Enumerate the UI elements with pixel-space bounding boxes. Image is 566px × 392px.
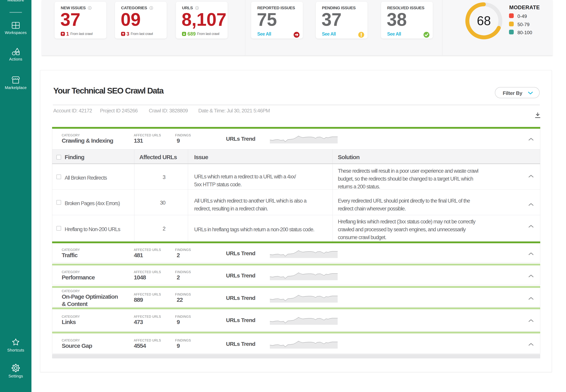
svg-text:i: i [89, 7, 90, 9]
svg-text:68: 68 [477, 14, 491, 28]
svg-text:i: i [151, 7, 152, 9]
svg-text:i: i [197, 7, 197, 9]
